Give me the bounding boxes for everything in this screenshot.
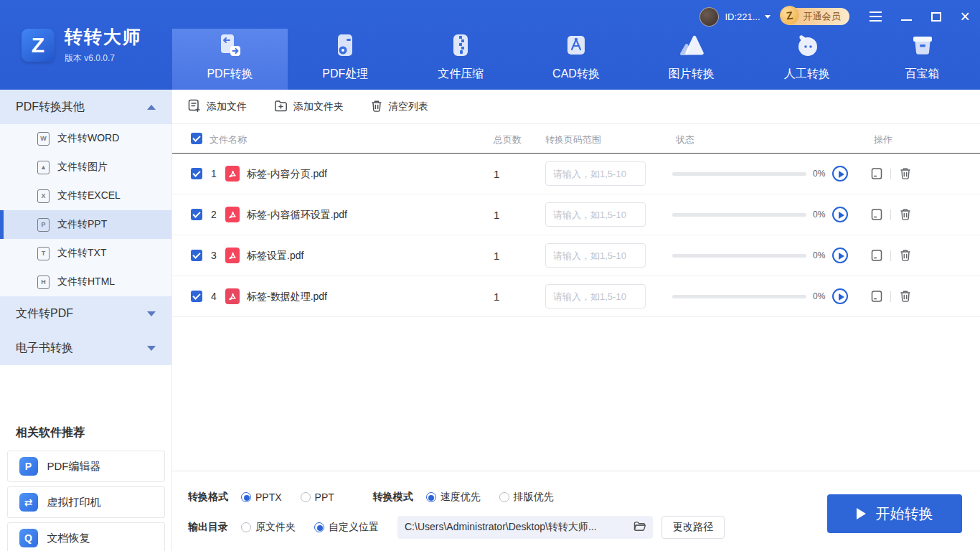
user-id[interactable]: ID:221...: [725, 11, 760, 22]
progress-percent: 0%: [813, 169, 825, 179]
select-all-checkbox[interactable]: [191, 133, 202, 144]
recommend-doc-recovery[interactable]: Q 文档恢复: [7, 522, 165, 551]
txt-file-icon: T: [37, 247, 50, 260]
change-path-button[interactable]: 更改路径: [661, 516, 725, 539]
page-range-input[interactable]: [545, 161, 646, 186]
open-file-icon[interactable]: [870, 167, 883, 182]
folder-icon[interactable]: [633, 521, 646, 534]
play-button[interactable]: [832, 207, 848, 222]
tab-label: 人工转换: [784, 67, 830, 82]
row-checkbox[interactable]: [191, 250, 202, 261]
pdf-file-icon: [225, 207, 240, 222]
play-icon: [857, 508, 866, 519]
recommend-label: PDF编辑器: [47, 460, 101, 474]
app-logo-icon: Z: [22, 29, 55, 62]
add-file-label: 添加文件: [207, 100, 247, 113]
excel-file-icon: X: [37, 189, 50, 203]
image-convert-icon: [676, 32, 707, 60]
radio-selected-icon: [314, 522, 324, 532]
add-file-button[interactable]: 添加文件: [188, 99, 247, 114]
chevron-down-icon: [147, 311, 156, 316]
sidebar-item-to-ppt[interactable]: P 文件转PPT: [0, 210, 171, 239]
output-path-box[interactable]: C:\Users\Administrator\Desktop\转转大师...: [397, 516, 653, 539]
page-range-input[interactable]: [545, 284, 646, 309]
column-status: 状态: [676, 133, 694, 146]
progress-bar: [672, 172, 806, 176]
radio-source-folder[interactable]: 原文件夹: [241, 521, 296, 534]
tab-pdf-convert[interactable]: PDF转换: [172, 29, 288, 90]
html-file-icon: H: [37, 276, 50, 289]
close-button[interactable]: ×: [961, 9, 970, 24]
divider: [890, 250, 891, 261]
tab-pdf-process[interactable]: PDF处理: [288, 29, 403, 90]
tab-cad-convert[interactable]: CAD转换: [519, 29, 634, 90]
open-file-icon[interactable]: [870, 208, 883, 223]
radio-speed-first[interactable]: 速度优先: [426, 491, 481, 504]
play-button[interactable]: [832, 248, 848, 263]
delete-icon[interactable]: [900, 249, 911, 263]
page-range-input[interactable]: [545, 243, 646, 268]
sidebar-item-to-image[interactable]: ▲ 文件转图片: [0, 153, 171, 182]
vip-coin-icon: Z: [778, 4, 800, 26]
play-button[interactable]: [832, 166, 848, 182]
tab-toolbox[interactable]: 百宝箱: [864, 29, 980, 90]
total-pages: 1: [494, 235, 499, 276]
radio-ppt[interactable]: PPT: [301, 491, 334, 503]
sidebar-item-label: 文件转图片: [57, 161, 108, 174]
open-file-icon[interactable]: [870, 290, 883, 305]
output-label: 输出目录: [188, 521, 228, 534]
chevron-down-icon[interactable]: [765, 15, 771, 19]
delete-icon[interactable]: [900, 167, 911, 182]
row-checkbox[interactable]: [191, 291, 202, 302]
sidebar-section-to-pdf[interactable]: 文件转PDF: [0, 296, 171, 331]
vip-button[interactable]: Z 开通会员: [782, 8, 849, 25]
tab-image-convert[interactable]: 图片转换: [633, 29, 749, 90]
progress-bar: [672, 213, 806, 217]
add-folder-button[interactable]: 添加文件夹: [274, 99, 344, 114]
user-avatar[interactable]: [699, 7, 719, 27]
radio-custom-location[interactable]: 自定义位置: [314, 521, 379, 534]
total-pages: 1: [494, 154, 499, 194]
sidebar-item-to-excel[interactable]: X 文件转EXCEL: [0, 182, 171, 210]
column-file-name: 文件名称: [209, 133, 247, 146]
add-file-icon: [188, 99, 201, 114]
start-convert-button[interactable]: 开始转换: [827, 494, 962, 533]
row-checkbox[interactable]: [191, 168, 202, 179]
app-title-block: 转转大师 版本 v6.0.0.7: [65, 25, 142, 65]
sidebar-section-ebook-convert[interactable]: 电子书转换: [0, 331, 171, 365]
sidebar-item-to-txt[interactable]: T 文件转TXT: [0, 239, 171, 268]
pdf-editor-icon: P: [19, 457, 38, 476]
page-range-input[interactable]: [545, 202, 646, 227]
delete-icon[interactable]: [900, 208, 911, 222]
pdf-file-icon: [225, 288, 240, 304]
sidebar-section-pdf-convert-other[interactable]: PDF转换其他: [0, 90, 171, 124]
table-row: 4 标签-数据处理.pdf 1 0%: [172, 276, 980, 317]
row-checkbox[interactable]: [191, 209, 202, 220]
radio-layout-first[interactable]: 排版优先: [499, 491, 554, 504]
add-folder-icon: [274, 99, 288, 114]
open-file-icon[interactable]: [870, 249, 883, 264]
sidebar-item-to-word[interactable]: W 文件转WORD: [0, 124, 171, 153]
play-button[interactable]: [832, 288, 848, 304]
clear-list-button[interactable]: 清空列表: [371, 100, 428, 114]
tab-manual-convert[interactable]: 人工转换: [749, 29, 864, 90]
tab-label: 图片转换: [669, 67, 715, 82]
tab-file-compress[interactable]: 文件压缩: [403, 29, 519, 90]
main-panel: 添加文件 添加文件夹 清空列表 文件名称 总页数 转换页码范围 状态 操作: [172, 90, 980, 551]
file-name: 标签-内容循环设置.pdf: [247, 194, 347, 235]
file-name: 标签-内容分页.pdf: [247, 154, 327, 194]
logo-area: Z 转转大师 版本 v6.0.0.7: [0, 0, 172, 90]
delete-icon[interactable]: [900, 290, 911, 304]
section-label: 文件转PDF: [16, 306, 147, 321]
menu-icon[interactable]: [870, 11, 882, 22]
sidebar-item-to-html[interactable]: H 文件转HTML: [0, 268, 171, 296]
tab-label: 百宝箱: [905, 67, 940, 82]
recommend-virtual-printer[interactable]: ⇄ 虚拟打印机: [7, 486, 165, 518]
table-row: 2 标签-内容循环设置.pdf 1 0%: [172, 194, 980, 235]
recommend-pdf-editor[interactable]: P PDF编辑器: [7, 451, 165, 482]
minimize-button[interactable]: [901, 19, 912, 21]
radio-icon: [241, 522, 251, 532]
maximize-button[interactable]: [931, 12, 941, 22]
radio-pptx[interactable]: PPTX: [241, 491, 282, 503]
row-index: 4: [211, 276, 217, 317]
